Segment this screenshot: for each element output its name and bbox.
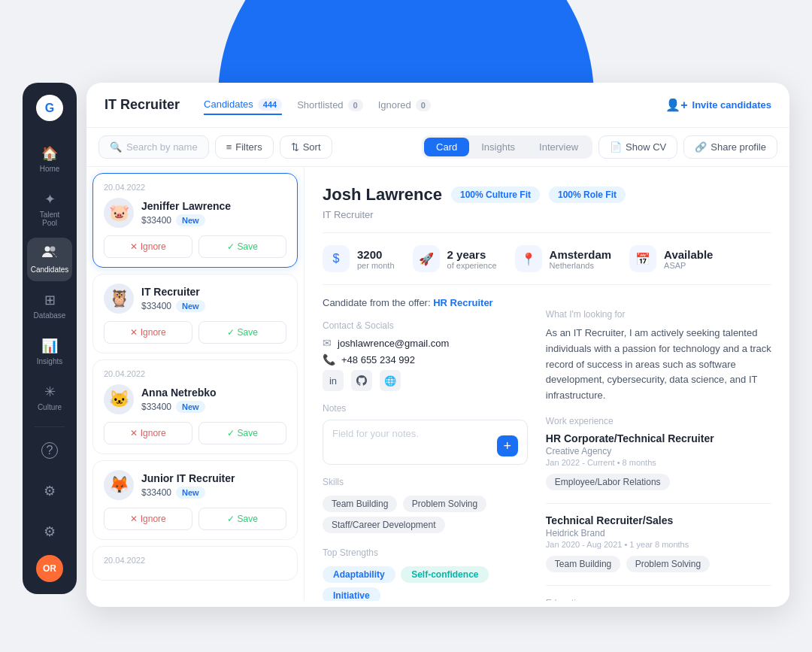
search-placeholder: Search by name bbox=[126, 141, 198, 153]
candidate-meta: $33400 New bbox=[141, 487, 235, 499]
search-box[interactable]: 🔍 Search by name bbox=[98, 135, 209, 159]
work-exp-title: HR Corporate/Technical Recruiter bbox=[546, 432, 771, 444]
work-exp-company: Creative Agency bbox=[546, 446, 771, 456]
sidebar-item-label: Culture bbox=[38, 403, 62, 411]
filter-icon: ≡ bbox=[226, 141, 232, 153]
skill-tag: Problem Solving bbox=[403, 496, 486, 512]
stat-value: Available bbox=[664, 248, 713, 261]
talent-pool-icon: ✦ bbox=[44, 191, 56, 208]
looking-for-label: What I'm looking for bbox=[546, 309, 771, 320]
save-button[interactable]: ✓ Save bbox=[198, 422, 287, 444]
insights-icon: 📊 bbox=[41, 338, 58, 354]
card-actions: ✕ Ignore ✓ Save bbox=[104, 235, 286, 258]
candidate-details: Anna Netrebko $33400 New bbox=[141, 387, 217, 413]
avatar: 🦊 bbox=[104, 470, 134, 500]
sidebar-logo[interactable]: G bbox=[36, 95, 63, 121]
sidebar-item-settings2[interactable]: ⚙ bbox=[27, 516, 72, 547]
card-actions: ✕ Ignore ✓ Save bbox=[104, 508, 286, 530]
save-button[interactable]: ✓ Save bbox=[198, 235, 287, 258]
top-strengths-label: Top Strengths bbox=[323, 547, 528, 558]
strength-tag: Self-confidence bbox=[401, 566, 489, 583]
website-icon[interactable]: 🌐 bbox=[380, 370, 401, 391]
candidate-date: 20.04.2022 bbox=[104, 369, 286, 378]
ignore-button[interactable]: ✕ Ignore bbox=[104, 508, 192, 530]
candidate-card-2[interactable]: 🦉 IT Recruiter $33400 New ✕ Ignore bbox=[92, 274, 298, 353]
salary: $33400 bbox=[141, 301, 171, 311]
candidate-info: 🦉 IT Recruiter $33400 New bbox=[104, 284, 286, 314]
salary: $33400 bbox=[141, 402, 171, 412]
tab-shortlisted[interactable]: Shortlisted 0 bbox=[297, 96, 363, 114]
sidebar-item-database[interactable]: ⊞ Database bbox=[27, 284, 72, 327]
user-avatar[interactable]: OR bbox=[36, 555, 63, 582]
page-header: IT Recruiter Candidates 444 Shortlisted … bbox=[86, 83, 789, 128]
candidate-card-4[interactable]: 🦊 Junior IT Recruiter $33400 New ✕ Ignor… bbox=[92, 460, 298, 540]
notes-add-button[interactable]: + bbox=[497, 435, 518, 456]
sidebar-item-label: Candidates bbox=[31, 265, 69, 274]
candidate-date: 20.04.2022 bbox=[104, 556, 286, 565]
database-icon: ⊞ bbox=[44, 292, 56, 308]
strengths-section: Adaptability Self-confidence Initiative bbox=[323, 564, 528, 601]
save-button[interactable]: ✓ Save bbox=[198, 321, 287, 344]
sort-button[interactable]: ⇅ Sort bbox=[280, 135, 332, 159]
tab-interview[interactable]: Interview bbox=[527, 138, 590, 156]
sidebar-item-help[interactable]: ? bbox=[27, 435, 72, 466]
main-panel: IT Recruiter Candidates 444 Shortlisted … bbox=[86, 83, 789, 607]
candidate-info: 🦊 Junior IT Recruiter $33400 New bbox=[104, 470, 286, 500]
avatar: 🐷 bbox=[104, 198, 134, 228]
candidate-meta: $33400 New bbox=[141, 300, 205, 312]
sidebar-item-talent-pool[interactable]: ✦ Talent Pool bbox=[27, 183, 72, 235]
work-exp-tag: Team Building bbox=[546, 556, 620, 572]
sidebar-divider bbox=[35, 426, 65, 427]
show-cv-button[interactable]: 📄 Show CV bbox=[598, 135, 677, 159]
linkedin-icon[interactable]: in bbox=[323, 370, 344, 391]
candidate-card-1[interactable]: 20.04.2022 🐷 Jeniffer Lawrence $33400 Ne… bbox=[92, 173, 298, 268]
stat-location: 📍 Amsterdam Netherlands bbox=[515, 245, 612, 272]
tab-candidates[interactable]: Candidates 444 bbox=[204, 96, 282, 115]
candidate-name: Anna Netrebko bbox=[141, 387, 217, 399]
filters-button[interactable]: ≡ Filters bbox=[215, 135, 274, 159]
candidate-meta: $33400 New bbox=[141, 214, 231, 226]
candidates-icon bbox=[42, 245, 57, 262]
share-profile-button[interactable]: 🔗 Share profile bbox=[683, 135, 777, 159]
ignore-button[interactable]: ✕ Ignore bbox=[104, 235, 192, 258]
tab-ignored[interactable]: Ignored 0 bbox=[378, 96, 431, 114]
offer-name: HR Recruiter bbox=[433, 297, 492, 308]
contact-phone: 📞 +48 655 234 992 bbox=[323, 353, 528, 365]
sidebar-item-home[interactable]: 🏠 Home bbox=[27, 138, 72, 180]
tab-insights[interactable]: Insights bbox=[469, 138, 527, 156]
github-icon[interactable] bbox=[351, 370, 372, 391]
detail-right: What I'm looking for As an IT Recruiter,… bbox=[546, 297, 771, 601]
candidate-card-3[interactable]: 20.04.2022 🐱 Anna Netrebko $33400 New ✕ bbox=[92, 359, 298, 454]
ignore-button[interactable]: ✕ Ignore bbox=[104, 422, 192, 444]
detail-role: IT Recruiter bbox=[323, 209, 771, 220]
work-exp-company: Heidrick Brand bbox=[546, 528, 771, 538]
invite-candidates-button[interactable]: 👤+ Invite candidates bbox=[665, 98, 771, 112]
toolbar: 🔍 Search by name ≡ Filters ⇅ Sort Card I… bbox=[86, 128, 789, 167]
stat-experience: 🚀 2 years of experience bbox=[413, 245, 497, 272]
sidebar-item-settings1[interactable]: ⚙ bbox=[27, 475, 72, 507]
help-icon: ? bbox=[41, 442, 58, 459]
stat-content: 3200 per month bbox=[357, 248, 395, 270]
detail-two-col: Candidate from the offer: HR Recruiter C… bbox=[323, 297, 771, 601]
check-icon: ✓ bbox=[227, 241, 235, 252]
ignore-button[interactable]: ✕ Ignore bbox=[104, 321, 192, 344]
check-icon: ✓ bbox=[227, 514, 235, 524]
tab-card[interactable]: Card bbox=[424, 138, 469, 156]
strength-tag: Initiative bbox=[323, 587, 380, 601]
check-icon: ✓ bbox=[227, 327, 235, 338]
strength-tag: Adaptability bbox=[323, 566, 395, 583]
contact-section-label: Contact & Socials bbox=[323, 320, 528, 331]
sidebar-item-candidates[interactable]: Candidates bbox=[27, 238, 72, 281]
sidebar-item-insights[interactable]: 📊 Insights bbox=[27, 330, 72, 373]
candidate-name: Jeniffer Lawrence bbox=[141, 200, 231, 212]
sidebar-item-culture[interactable]: ✳ Culture bbox=[27, 376, 72, 419]
work-exp-tag: Problem Solving bbox=[626, 556, 710, 572]
stat-value: Amsterdam bbox=[550, 248, 612, 261]
salary-icon: $ bbox=[323, 245, 350, 272]
notes-field[interactable]: Field for your notes. + bbox=[323, 420, 528, 465]
work-exp-title: Technical Recruiter/Sales bbox=[546, 514, 771, 526]
save-button[interactable]: ✓ Save bbox=[198, 508, 287, 530]
cv-icon: 📄 bbox=[610, 141, 622, 153]
candidate-card-5[interactable]: 20.04.2022 bbox=[92, 546, 298, 581]
status-badge: New bbox=[176, 214, 205, 226]
